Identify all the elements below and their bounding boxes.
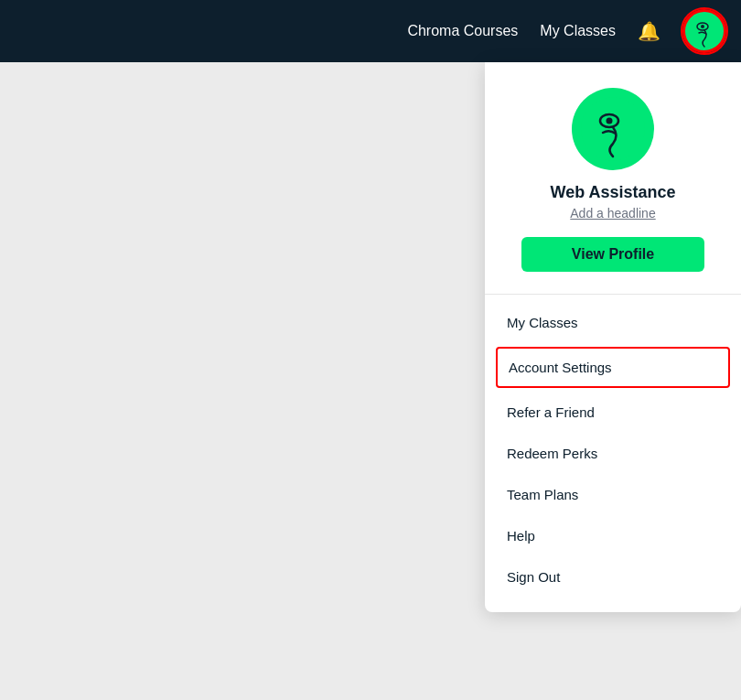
- bell-icon[interactable]: 🔔: [638, 20, 660, 42]
- profile-avatar-icon: [581, 97, 645, 161]
- navbar: Chroma Courses My Classes 🔔: [0, 0, 741, 62]
- avatar-icon: [686, 13, 723, 49]
- svg-point-5: [607, 118, 613, 124]
- menu-item-sign-out[interactable]: Sign Out: [485, 556, 741, 598]
- profile-avatar: [572, 88, 654, 170]
- nav-chroma-courses[interactable]: Chroma Courses: [407, 23, 518, 39]
- main-content: Web Assistance Add a headline View Profi…: [0, 62, 741, 700]
- menu-item-team-plans[interactable]: Team Plans: [485, 474, 741, 515]
- nav-my-classes[interactable]: My Classes: [540, 23, 616, 39]
- user-headline[interactable]: Add a headline: [570, 206, 655, 221]
- menu-item-account-settings[interactable]: Account Settings: [496, 347, 730, 388]
- menu-item-help[interactable]: Help: [485, 515, 741, 556]
- dropdown-menu: My Classes Account Settings Refer a Frie…: [485, 295, 741, 605]
- view-profile-button[interactable]: View Profile: [521, 237, 704, 272]
- user-dropdown-panel: Web Assistance Add a headline View Profi…: [485, 62, 741, 612]
- dropdown-header: Web Assistance Add a headline View Profi…: [485, 62, 741, 295]
- svg-point-2: [701, 25, 704, 28]
- menu-item-my-classes[interactable]: My Classes: [485, 302, 741, 343]
- menu-item-redeem-perks[interactable]: Redeem Perks: [485, 433, 741, 474]
- avatar-button[interactable]: [682, 9, 726, 53]
- menu-item-refer-friend[interactable]: Refer a Friend: [485, 392, 741, 433]
- user-name: Web Assistance: [550, 183, 675, 202]
